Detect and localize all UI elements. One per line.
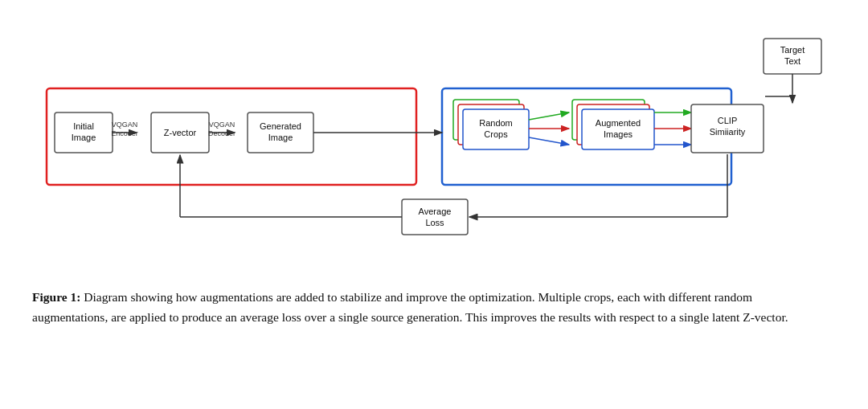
diagram-area: Initial Image VQGAN Encoder Z-vector VQG… (32, 16, 836, 273)
svg-text:VQGAN: VQGAN (112, 121, 138, 129)
svg-line-24 (529, 137, 569, 145)
svg-text:Augmented: Augmented (596, 118, 641, 128)
svg-text:Image: Image (72, 133, 96, 142)
svg-text:Images: Images (604, 129, 633, 139)
svg-text:Generated: Generated (260, 121, 301, 131)
svg-text:Crops: Crops (484, 129, 508, 139)
svg-text:Average: Average (419, 207, 452, 216)
svg-text:Decoder: Decoder (208, 129, 235, 137)
svg-line-22 (529, 112, 569, 120)
svg-text:Z-vector: Z-vector (164, 128, 197, 137)
svg-text:CLIP: CLIP (718, 116, 737, 125)
svg-rect-41 (402, 199, 468, 235)
caption-label: Figure 1: (32, 290, 80, 304)
svg-text:Encoder: Encoder (111, 129, 138, 137)
figure-caption: Figure 1: Diagram showing how augmentati… (32, 288, 820, 328)
svg-text:Text: Text (784, 56, 800, 66)
svg-text:Loss: Loss (425, 218, 444, 227)
svg-text:Initial: Initial (73, 121, 94, 131)
diagram-svg: Initial Image VQGAN Encoder Z-vector VQG… (32, 16, 836, 273)
svg-text:VQGAN: VQGAN (209, 121, 235, 129)
svg-text:Simiiarity: Simiiarity (710, 127, 746, 137)
svg-text:Random: Random (479, 118, 513, 128)
svg-text:Target: Target (780, 45, 805, 55)
caption-text: Diagram showing how augmentations are ad… (32, 290, 788, 324)
svg-text:Image: Image (268, 133, 293, 142)
